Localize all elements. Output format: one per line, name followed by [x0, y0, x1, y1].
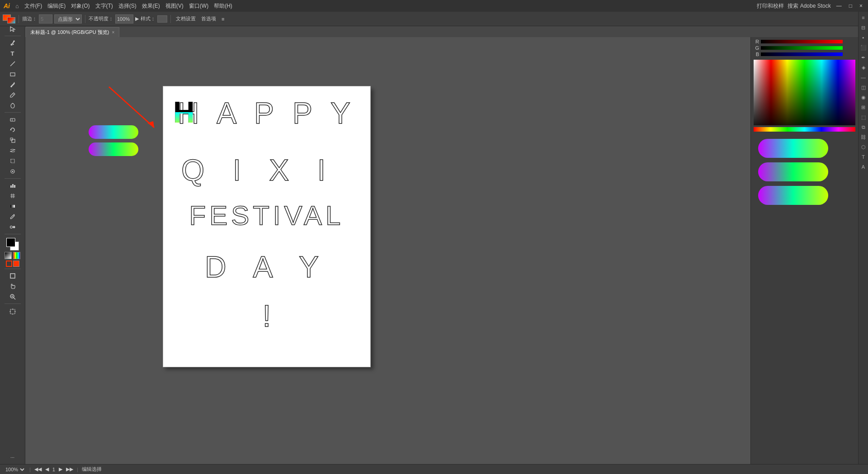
menu-select[interactable]: 选择(S) [118, 2, 137, 10]
tool-type[interactable]: T [7, 48, 19, 58]
fg-bg-swatches[interactable] [6, 238, 19, 251]
zoom-select[interactable]: 100% [4, 466, 26, 473]
ri-btn-1[interactable]: ≡ [859, 14, 868, 22]
channel-r-slider[interactable] [761, 40, 843, 43]
gradient-swatch[interactable] [13, 252, 20, 259]
gradient-pill-right-3[interactable] [758, 186, 828, 205]
nav-prev-single[interactable]: ◀ [45, 466, 49, 472]
menu-object[interactable]: 对象(O) [71, 2, 90, 10]
style-swatch[interactable] [157, 15, 167, 23]
left-toolbox: T [0, 12, 25, 464]
stroke-color-btn[interactable] [6, 261, 12, 267]
tool-pencil[interactable] [7, 90, 19, 100]
svg-point-24 [13, 226, 15, 228]
gradient-pill-left-2[interactable] [89, 142, 138, 156]
tool-sep-6 [5, 303, 21, 304]
print-proof[interactable]: 打印和校样 [757, 2, 784, 10]
adobe-stock[interactable]: 搜索 Adobe Stock [788, 2, 830, 10]
tool-warp[interactable] [7, 146, 19, 156]
nav-next[interactable]: ▶▶ [66, 466, 73, 472]
menu-window[interactable]: 窗口(W) [189, 2, 208, 10]
tool-blob-brush[interactable] [7, 100, 19, 110]
nav-prev[interactable]: ◀◀ [34, 466, 42, 472]
tab-close-0[interactable]: × [112, 30, 114, 35]
ri-btn-type[interactable]: T [859, 153, 868, 161]
status-sep-1: | [29, 467, 31, 472]
color-spectrum-area[interactable] [754, 60, 855, 125]
tool-mesh[interactable] [7, 191, 19, 201]
channel-r-row: R [754, 39, 855, 44]
hue-strip[interactable] [754, 127, 855, 132]
tool-artboard[interactable] [7, 307, 19, 317]
tool-paintbrush[interactable] [7, 80, 19, 90]
tool-free-transform[interactable] [7, 156, 19, 166]
fg-swatch[interactable] [6, 238, 15, 247]
festival-text: FESTIVAL [163, 199, 370, 232]
tool-line[interactable] [7, 59, 19, 69]
none-swatch[interactable] [5, 252, 12, 259]
svg-point-5 [11, 104, 14, 108]
ri-btn-7[interactable]: — [859, 73, 868, 81]
ri-btn-14[interactable]: ⬡ [859, 143, 868, 151]
maximize-button[interactable]: □ [847, 3, 854, 9]
tool-rectangle[interactable] [7, 69, 19, 79]
channel-g-label: G [754, 45, 759, 51]
tool-gradient[interactable] [7, 201, 19, 211]
tab-0[interactable]: 未标题-1 @ 100% (RGB/GPU 预览) × [25, 27, 119, 37]
ri-btn-6[interactable]: ◈ [859, 63, 868, 71]
preferences-button[interactable]: 首选项 [199, 14, 218, 23]
tool-eraser[interactable] [7, 114, 19, 124]
menu-help[interactable]: 帮助(H) [214, 2, 232, 10]
svg-rect-9 [12, 139, 15, 142]
ri-btn-9[interactable]: ◉ [859, 93, 868, 101]
tool-pen[interactable] [7, 38, 19, 48]
right-icons-strip: ≡ ⊟ ▪ ⬛ ✒ ◈ — ◫ ◉ ⊞ ⬚ ⧉ ⛓ ⬡ T A [858, 12, 868, 464]
menu-view[interactable]: 视图(V) [165, 2, 184, 10]
ri-btn-4[interactable]: ⬛ [859, 43, 868, 52]
svg-line-22 [13, 215, 14, 216]
menu-edit[interactable]: 编辑(E) [47, 2, 66, 10]
extra-button[interactable]: ≡ [220, 15, 226, 23]
close-button[interactable]: × [858, 3, 864, 9]
shape-select[interactable]: 点圆形 [54, 14, 82, 24]
tool-eyedropper[interactable] [7, 212, 19, 222]
tool-scale[interactable] [7, 135, 19, 145]
tool-hand[interactable] [7, 281, 19, 291]
channel-g-slider[interactable] [761, 46, 843, 50]
tool-column-graph[interactable] [7, 180, 19, 190]
tool-more[interactable]: ··· [7, 452, 19, 462]
tool-blend[interactable] [7, 222, 19, 232]
stroke-size-input[interactable] [39, 14, 52, 24]
fill-color-btn[interactable] [13, 261, 19, 267]
canvas-area: H A P P Y Q I X I FESTIVAL D A Y ! H H [25, 37, 750, 464]
channel-b-label: B [754, 52, 759, 57]
tool-draw-normal[interactable] [7, 271, 19, 281]
color-spectrum[interactable] [754, 60, 855, 125]
menu-file[interactable]: 文件(F) [24, 2, 42, 10]
ri-btn-15[interactable]: A [859, 163, 868, 171]
ri-btn-5[interactable]: ✒ [859, 53, 868, 62]
menu-text[interactable]: 文字(T) [95, 2, 113, 10]
ri-btn-13[interactable]: ⛓ [859, 133, 868, 141]
color-swatches-area [6, 238, 19, 251]
ri-btn-11[interactable]: ⬚ [859, 113, 868, 121]
ri-btn-8[interactable]: ◫ [859, 83, 868, 91]
opacity-input[interactable] [115, 14, 133, 24]
ri-btn-2[interactable]: ⊟ [859, 24, 868, 32]
gradient-pill-right-2[interactable] [758, 162, 828, 181]
nav-next-single[interactable]: ▶ [59, 466, 62, 472]
ri-btn-10[interactable]: ⊞ [859, 103, 868, 111]
minimize-button[interactable]: — [835, 3, 844, 9]
menu-effect[interactable]: 效果(E) [142, 2, 160, 10]
ri-btn-3[interactable]: ▪ [859, 33, 868, 42]
svg-point-13 [12, 171, 13, 172]
doc-settings-button[interactable]: 文档设置 [174, 14, 198, 23]
stroke-swatch[interactable] [3, 14, 15, 24]
ri-btn-12[interactable]: ⧉ [859, 123, 868, 131]
tool-rotate[interactable] [7, 125, 19, 135]
tool-symbol[interactable] [7, 166, 19, 176]
gradient-pill-right-1[interactable] [758, 139, 828, 158]
toolbar-sep-1 [19, 15, 19, 23]
tool-zoom[interactable] [7, 292, 19, 302]
channel-b-slider[interactable] [761, 52, 843, 56]
